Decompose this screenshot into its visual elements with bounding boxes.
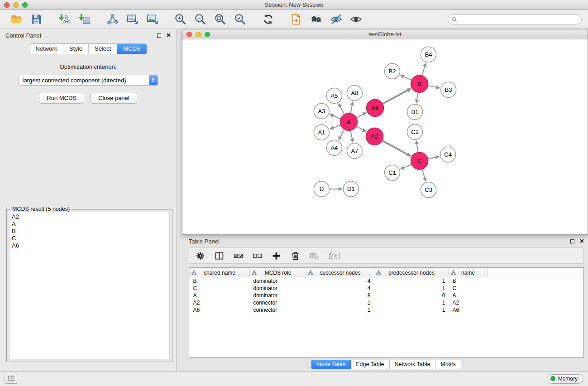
- graph-edge-C-C4[interactable]: [428, 157, 439, 159]
- brush-eye-button[interactable]: [326, 11, 346, 28]
- cell-shared-name[interactable]: B: [190, 277, 250, 285]
- cell-predecessor-nodes[interactable]: 1: [374, 299, 449, 306]
- graph-edge-A-A8[interactable]: [350, 102, 353, 113]
- graph-edge-C-C3[interactable]: [422, 170, 426, 181]
- import-table-button[interactable]: [74, 11, 94, 28]
- cell-shared-name[interactable]: A2: [190, 299, 250, 306]
- network-canvas[interactable]: B4B2BB3A5A8A6A3B1AA1C2A2A4A7C4CC1DD1C3: [182, 39, 588, 234]
- export-network-button[interactable]: [102, 11, 122, 28]
- refresh-button[interactable]: [258, 11, 278, 28]
- table-row[interactable]: Bdominator41B: [190, 277, 584, 285]
- export-image-button[interactable]: [142, 11, 162, 28]
- graph-node-B2[interactable]: B2: [384, 63, 400, 79]
- graph-edge-A-A7[interactable]: [350, 131, 353, 142]
- select-all-button[interactable]: [234, 251, 243, 261]
- cell-name[interactable]: A2: [449, 299, 488, 306]
- graph-node-D[interactable]: D: [314, 181, 329, 197]
- column-header-name[interactable]: name: [449, 268, 488, 277]
- cell-successor-nodes[interactable]: 4: [306, 277, 374, 285]
- graph-edge-A-A3[interactable]: [330, 114, 340, 119]
- column-header-shared-name[interactable]: shared name: [190, 268, 250, 277]
- graph-node-A[interactable]: A: [340, 113, 357, 130]
- table-row[interactable]: Cdominator41C: [190, 285, 584, 292]
- add-row-button[interactable]: [272, 251, 281, 261]
- network-graph[interactable]: B4B2BB3A5A8A6A3B1AA1C2A2A4A7C4CC1DD1C3: [182, 39, 588, 234]
- graph-node-B4[interactable]: B4: [421, 47, 436, 62]
- cell-successor-nodes[interactable]: 8: [306, 292, 374, 299]
- float-panel-icon[interactable]: [157, 33, 161, 38]
- zoom-out-button[interactable]: [190, 11, 210, 28]
- cell-predecessor-nodes[interactable]: 0: [374, 292, 449, 299]
- task-history-button[interactable]: [5, 374, 18, 384]
- cell-name[interactable]: A6: [449, 306, 488, 314]
- eye-button[interactable]: [346, 11, 366, 28]
- graph-edge-A-A1[interactable]: [330, 125, 340, 129]
- graph-edge-B-B1[interactable]: [416, 93, 418, 103]
- network-zoom-button[interactable]: [205, 32, 210, 37]
- run-mcds-button[interactable]: Run MCDS: [39, 93, 84, 104]
- graph-edge-B-B2[interactable]: [401, 75, 411, 80]
- graph-node-D1[interactable]: D1: [343, 181, 359, 197]
- close-panel-button[interactable]: Close panel: [91, 93, 137, 104]
- graph-edge-A6-B[interactable]: [383, 89, 411, 104]
- tab-select[interactable]: Select: [88, 44, 117, 54]
- graph-edge-A-A2[interactable]: [357, 126, 366, 131]
- tab-edge-table[interactable]: Edge Table: [351, 360, 389, 369]
- cell-mcds-role[interactable]: dominator: [250, 292, 306, 299]
- graph-node-A7[interactable]: A7: [347, 143, 362, 159]
- cell-successor-nodes[interactable]: 4: [306, 285, 374, 292]
- network-minimize-button[interactable]: [196, 32, 201, 37]
- graph-node-A1[interactable]: A1: [314, 124, 329, 140]
- cell-name[interactable]: A: [449, 292, 488, 299]
- table-row[interactable]: A6connector11A6: [190, 306, 584, 314]
- close-panel-icon[interactable]: ×: [167, 32, 171, 39]
- tab-style[interactable]: Style: [63, 44, 88, 54]
- graph-edge-B-B4[interactable]: [422, 63, 425, 75]
- cell-successor-nodes[interactable]: 1: [306, 299, 374, 306]
- graph-edge-A2-C[interactable]: [382, 141, 411, 156]
- split-columns-button[interactable]: [215, 251, 224, 261]
- cell-mcds-role[interactable]: dominator: [250, 285, 306, 292]
- graph-edge-A-A6[interactable]: [357, 113, 366, 118]
- column-header-mcds-role[interactable]: MCDS role: [250, 268, 306, 277]
- graph-edge-C-C2[interactable]: [416, 141, 418, 152]
- graph-node-A5[interactable]: A5: [326, 88, 342, 103]
- graph-node-B1[interactable]: B1: [407, 104, 423, 119]
- graph-node-C4[interactable]: C4: [440, 147, 456, 162]
- homes-button[interactable]: [306, 11, 326, 28]
- trash-button[interactable]: [291, 251, 300, 261]
- mcds-result-item[interactable]: B: [12, 228, 167, 235]
- mcds-result-item[interactable]: A6: [12, 242, 167, 249]
- open-folder-button[interactable]: [6, 11, 26, 28]
- cell-mcds-role[interactable]: connector: [250, 306, 306, 314]
- graph-node-C1[interactable]: C1: [384, 165, 400, 181]
- zoom-selected-button[interactable]: [230, 11, 250, 28]
- tab-network-table[interactable]: Network Table: [390, 360, 436, 369]
- tab-mcds[interactable]: MCDS: [117, 44, 146, 54]
- cell-predecessor-nodes[interactable]: 1: [374, 306, 449, 314]
- column-header-successor-nodes[interactable]: successor nodes: [306, 268, 374, 277]
- gear-button[interactable]: [196, 251, 205, 261]
- cell-predecessor-nodes[interactable]: 1: [374, 277, 449, 285]
- tab-motifs[interactable]: Motifs: [435, 360, 461, 369]
- close-table-panel-icon[interactable]: ×: [580, 238, 584, 245]
- delete-table-button[interactable]: [310, 251, 319, 261]
- cell-shared-name[interactable]: C: [190, 285, 250, 292]
- document-arrow-button[interactable]: [286, 11, 306, 28]
- network-close-button[interactable]: [186, 32, 192, 37]
- cell-shared-name[interactable]: A: [190, 292, 250, 299]
- save-floppy-button[interactable]: [26, 11, 46, 28]
- graph-node-B[interactable]: B: [411, 75, 428, 92]
- graph-node-A2[interactable]: A2: [366, 128, 383, 145]
- optimization-criterion-select[interactable]: largest connected component (directed): [19, 75, 158, 86]
- graph-edge-A-A5[interactable]: [339, 104, 344, 114]
- graph-node-A4[interactable]: A4: [326, 140, 342, 156]
- graph-node-A8[interactable]: A8: [347, 85, 362, 100]
- memory-button[interactable]: Memory: [547, 374, 583, 384]
- graph-node-A3[interactable]: A3: [314, 103, 329, 119]
- graph-node-B3[interactable]: B3: [441, 82, 456, 97]
- minimize-window-button[interactable]: [13, 2, 19, 8]
- cell-mcds-role[interactable]: connector: [250, 299, 306, 306]
- cell-shared-name[interactable]: A6: [190, 306, 250, 314]
- cell-predecessor-nodes[interactable]: 1: [374, 285, 449, 292]
